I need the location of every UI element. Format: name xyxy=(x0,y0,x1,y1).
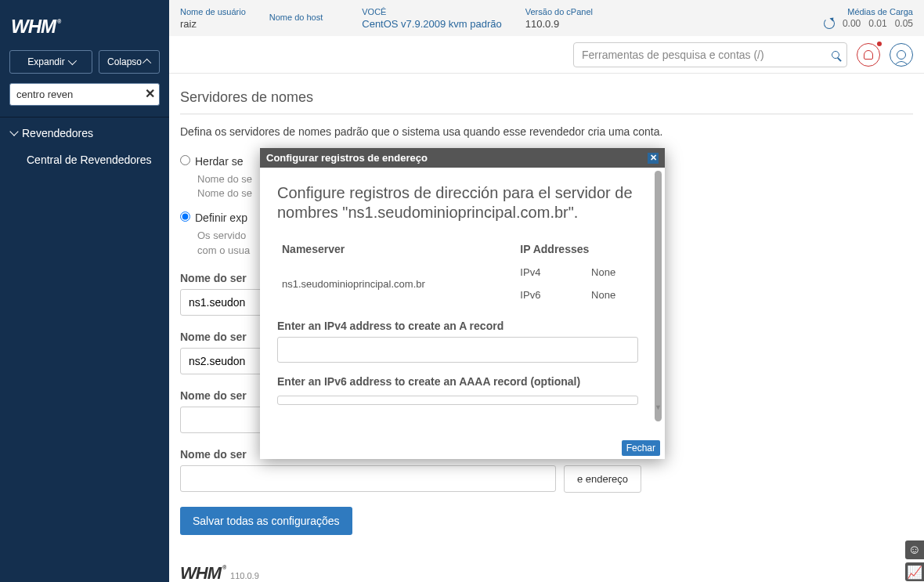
th-ip: IP Addresses xyxy=(517,238,637,260)
load-3: 0.05 xyxy=(895,18,913,29)
host-label: Nome do host xyxy=(269,13,323,22)
scrollbar-down-icon[interactable]: ▼ xyxy=(655,404,662,411)
chevron-up-icon xyxy=(143,59,151,67)
collapse-button[interactable]: Colapso xyxy=(99,50,160,74)
load-1: 0.00 xyxy=(843,18,861,29)
ipv6-value: None xyxy=(588,284,637,305)
os-value: CentOS v7.9.2009 kvm padrão xyxy=(362,18,502,30)
divider xyxy=(180,114,913,114)
ipv6-input[interactable] xyxy=(277,396,638,405)
modal-title: Configure registros de dirección para el… xyxy=(277,183,638,222)
user-menu-button[interactable] xyxy=(890,43,913,67)
username-value: raiz xyxy=(180,18,246,30)
nav-group-resellers[interactable]: Revendedores xyxy=(0,119,169,147)
load-label: Médias de Carga xyxy=(824,7,913,16)
scrollbar[interactable]: ▼ xyxy=(655,171,662,397)
username-label: Nome de usuário xyxy=(180,7,246,16)
modal-close-icon[interactable]: ✕ xyxy=(648,153,659,164)
reload-icon[interactable] xyxy=(824,18,835,29)
modal-configure-address: Configurar registros de endereço ✕ ▼ Con… xyxy=(260,148,665,459)
expand-button[interactable]: Expandir xyxy=(9,50,92,74)
notifications-button[interactable] xyxy=(857,43,880,67)
sidebar-item-reseller-center[interactable]: Central de Revendedores xyxy=(0,147,169,172)
load-2: 0.01 xyxy=(868,18,886,29)
chevron-down-icon xyxy=(9,127,18,136)
radio-explicit[interactable] xyxy=(180,211,190,222)
sidebar-search-input[interactable] xyxy=(9,83,160,106)
radio-inherit[interactable] xyxy=(180,155,190,165)
ipv4-field-label: Enter an IPv4 address to create an A rec… xyxy=(277,320,638,332)
nav-group-label: Revendedores xyxy=(22,127,93,139)
th-nameserver: Nameserver xyxy=(279,238,515,260)
modal-header[interactable]: Configurar registros de endereço ✕ xyxy=(260,148,665,168)
ipv4-input[interactable] xyxy=(277,337,638,363)
chevron-down-icon xyxy=(67,56,76,65)
stats-widget[interactable]: 📈 xyxy=(905,562,924,581)
ns4-input[interactable] xyxy=(180,465,556,492)
radio-explicit-label: Definir exp xyxy=(195,211,247,224)
whm-logo: WHM xyxy=(11,16,158,38)
sidebar: WHM Expandir Colapso ✕ Revendedores Cent… xyxy=(0,0,169,582)
save-all-button[interactable]: Salvar todas as configurações xyxy=(180,507,352,535)
divider xyxy=(0,117,169,117)
modal-header-title: Configurar registros de endereço xyxy=(266,152,428,164)
ipv4-value: None xyxy=(588,262,637,283)
page-description: Defina os servidores de nomes padrão que… xyxy=(180,125,913,138)
os-label: VOCÊ xyxy=(362,7,502,16)
cpanel-version-value: 110.0.9 xyxy=(525,18,593,30)
collapse-label: Colapso xyxy=(107,56,142,67)
radio-inherit-label: Herdar se xyxy=(195,155,243,168)
bell-icon xyxy=(864,50,873,60)
ipv4-label: IPv4 xyxy=(520,266,558,278)
page-title: Servidores de nomes xyxy=(180,89,913,106)
clear-icon[interactable]: ✕ xyxy=(145,86,155,101)
toolbar xyxy=(169,36,924,74)
ipv6-field-label: Enter an IPv6 address to create an AAAA … xyxy=(277,375,638,388)
td-nameserver: ns1.seudominioprincipal.com.br xyxy=(279,262,515,305)
cpanel-version-label: Versão do cPanel xyxy=(525,7,593,16)
footer-logo: WHM xyxy=(180,563,224,582)
search-input[interactable] xyxy=(573,42,847,67)
ipv6-label: IPv6 xyxy=(520,289,558,301)
modal-table: Nameserver IP Addresses ns1.seudominiopr… xyxy=(277,237,638,307)
chat-widget[interactable]: ☺ xyxy=(905,540,924,559)
search-icon[interactable] xyxy=(832,48,839,62)
expand-label: Expandir xyxy=(27,56,64,67)
user-icon xyxy=(897,50,906,60)
footer-version: 110.0.9 xyxy=(230,571,259,580)
scrollbar-thumb[interactable] xyxy=(655,171,662,421)
ns4-config-button[interactable]: e endereço xyxy=(564,465,641,493)
modal-close-button[interactable]: Fechar xyxy=(622,440,660,456)
footer: WHM 110.0.9 Casa Marcas comerciais Polít… xyxy=(180,563,913,582)
notification-dot-icon xyxy=(877,42,882,46)
topbar: Nome de usuário raiz Nome do host VOCÊ C… xyxy=(169,0,924,36)
